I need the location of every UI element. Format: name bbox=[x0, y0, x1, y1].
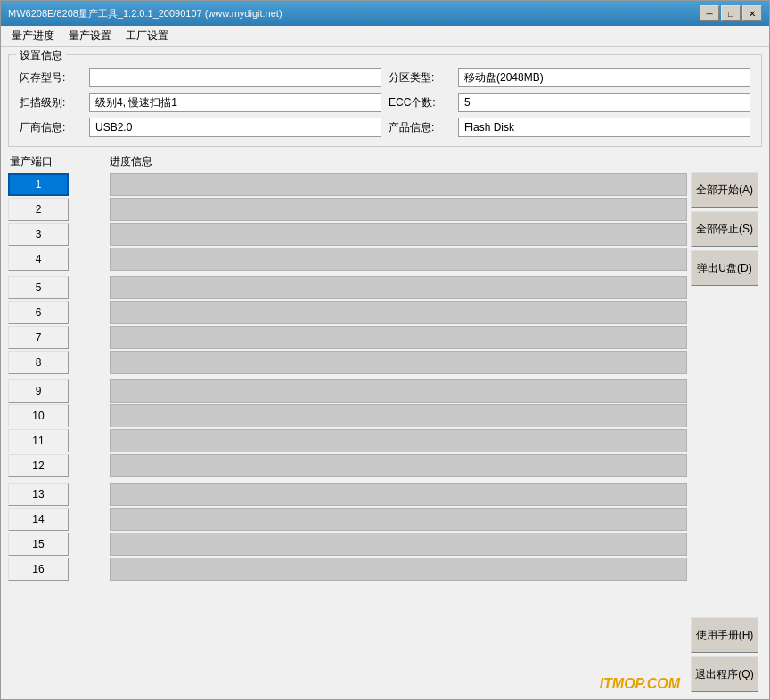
port-button-5[interactable]: 5 bbox=[8, 276, 69, 299]
ecc-label: ECC个数: bbox=[389, 93, 451, 112]
port-group-1: 1234 bbox=[8, 173, 106, 271]
progress-bar-14 bbox=[110, 508, 687, 531]
progress-bar-9 bbox=[110, 379, 687, 403]
stop-all-button[interactable]: 全部停止(S) bbox=[691, 211, 758, 247]
start-all-button[interactable]: 全部开始(A) bbox=[691, 172, 758, 208]
port-list: 12345678910111213141516 bbox=[8, 173, 106, 692]
progress-bar-15 bbox=[110, 533, 687, 556]
menu-item-production-settings[interactable]: 量产设置 bbox=[61, 27, 119, 45]
port-button-7[interactable]: 7 bbox=[8, 326, 69, 349]
progress-bar-16 bbox=[110, 558, 687, 581]
partition-value: 移动盘(2048MB) bbox=[458, 68, 750, 87]
settings-title: 设置信息 bbox=[16, 48, 66, 63]
port-button-2[interactable]: 2 bbox=[8, 198, 69, 221]
scan-value: 级别4, 慢速扫描1 bbox=[89, 93, 381, 112]
port-button-10[interactable]: 10 bbox=[8, 404, 69, 427]
progress-bar-4 bbox=[110, 248, 687, 271]
progress-group-3 bbox=[110, 379, 687, 477]
progress-bar-2 bbox=[110, 198, 687, 221]
progress-bar-3 bbox=[110, 223, 687, 246]
port-button-15[interactable]: 15 bbox=[8, 533, 69, 556]
settings-grid: 闪存型号: 分区类型: 移动盘(2048MB) 扫描级别: 级别4, 慢速扫描1… bbox=[20, 68, 750, 137]
scan-label: 扫描级别: bbox=[20, 93, 82, 112]
port-button-4[interactable]: 4 bbox=[8, 248, 69, 271]
menu-item-production-progress[interactable]: 量产进度 bbox=[4, 27, 61, 45]
progress-group-1 bbox=[110, 173, 687, 271]
title-bar: MW6208E/8208量产工具_1.2.0.1_20090107 (www.m… bbox=[1, 1, 769, 26]
content-area: 设置信息 闪存型号: 分区类型: 移动盘(2048MB) 扫描级别: 级别4, … bbox=[1, 47, 769, 699]
port-button-1[interactable]: 1 bbox=[8, 173, 69, 196]
progress-bar-6 bbox=[110, 301, 687, 324]
port-button-14[interactable]: 14 bbox=[8, 508, 69, 531]
progress-bar-13 bbox=[110, 483, 687, 506]
progress-bar-5 bbox=[110, 276, 687, 299]
port-group-3: 9101112 bbox=[8, 379, 106, 477]
progress-bar-10 bbox=[110, 404, 687, 427]
progress-bar-11 bbox=[110, 429, 687, 452]
menu-item-factory-settings[interactable]: 工厂设置 bbox=[119, 27, 176, 45]
side-buttons: 全部开始(A) 全部停止(S) 弹出U盘(D) 使用手册(H) 退出程序(Q) bbox=[691, 154, 762, 692]
partition-label: 分区类型: bbox=[389, 68, 451, 87]
exit-button[interactable]: 退出程序(Q) bbox=[691, 656, 758, 692]
port-button-13[interactable]: 13 bbox=[8, 483, 69, 506]
product-label: 产品信息: bbox=[389, 118, 451, 137]
product-value: Flash Disk bbox=[458, 118, 750, 137]
window-controls: ─ □ ✕ bbox=[700, 5, 762, 21]
port-header: 量产端口 bbox=[8, 154, 106, 169]
progress-header: 进度信息 bbox=[110, 154, 687, 169]
port-group-4: 13141516 bbox=[8, 483, 106, 581]
main-area: 量产端口 12345678910111213141516 进度信息 全部开始(A… bbox=[8, 154, 762, 692]
eject-usb-button[interactable]: 弹出U盘(D) bbox=[691, 250, 758, 286]
minimize-button[interactable]: ─ bbox=[700, 5, 719, 21]
port-button-3[interactable]: 3 bbox=[8, 223, 69, 246]
port-section: 量产端口 12345678910111213141516 bbox=[8, 154, 106, 692]
port-button-12[interactable]: 12 bbox=[8, 454, 69, 477]
port-button-11[interactable]: 11 bbox=[8, 429, 69, 452]
progress-bar-12 bbox=[110, 454, 687, 477]
button-spacer bbox=[691, 289, 762, 614]
progress-section: 进度信息 bbox=[110, 154, 687, 692]
watermark: ITMOP.COM bbox=[600, 676, 680, 692]
window-title: MW6208E/8208量产工具_1.2.0.1_20090107 (www.m… bbox=[8, 7, 283, 20]
progress-bar-1 bbox=[110, 173, 687, 196]
flash-value bbox=[89, 68, 381, 87]
vendor-value: USB2.0 bbox=[89, 118, 381, 137]
progress-group-2 bbox=[110, 276, 687, 374]
progress-list bbox=[110, 173, 687, 692]
flash-label: 闪存型号: bbox=[20, 68, 82, 87]
settings-section: 设置信息 闪存型号: 分区类型: 移动盘(2048MB) 扫描级别: 级别4, … bbox=[8, 54, 762, 147]
manual-button[interactable]: 使用手册(H) bbox=[691, 617, 758, 653]
maximize-button[interactable]: □ bbox=[721, 5, 741, 21]
port-button-8[interactable]: 8 bbox=[8, 351, 69, 374]
ecc-value: 5 bbox=[458, 93, 750, 112]
port-button-6[interactable]: 6 bbox=[8, 301, 69, 324]
progress-bar-8 bbox=[110, 351, 687, 374]
port-group-2: 5678 bbox=[8, 276, 106, 374]
progress-group-4 bbox=[110, 483, 687, 581]
port-button-9[interactable]: 9 bbox=[8, 379, 69, 403]
vendor-label: 厂商信息: bbox=[20, 118, 82, 137]
port-button-16[interactable]: 16 bbox=[8, 558, 69, 581]
progress-bar-7 bbox=[110, 326, 687, 349]
close-button[interactable]: ✕ bbox=[742, 5, 762, 21]
main-window: MW6208E/8208量产工具_1.2.0.1_20090107 (www.m… bbox=[0, 0, 770, 700]
menu-bar: 量产进度 量产设置 工厂设置 bbox=[1, 26, 769, 47]
